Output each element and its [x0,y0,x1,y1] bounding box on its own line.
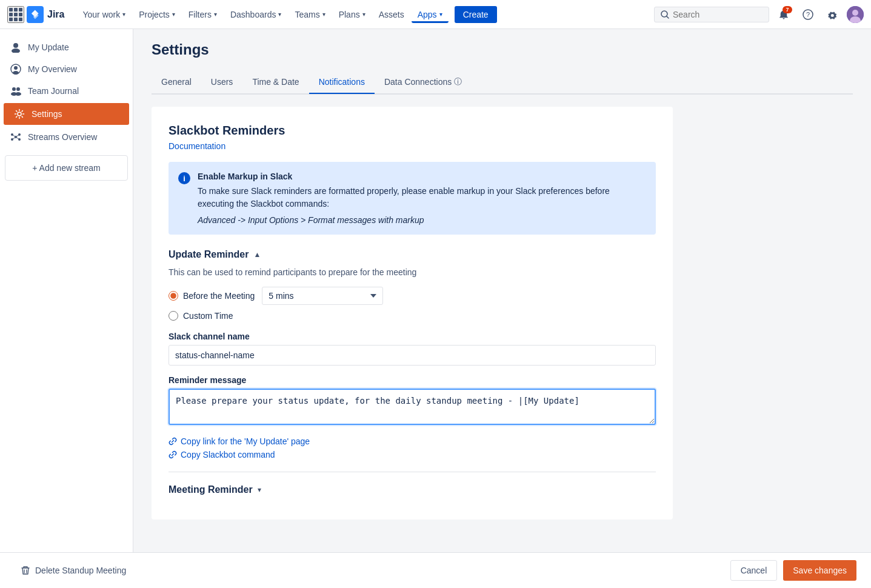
chevron-down-icon: ▾ [122,11,125,18]
chevron-down-icon: ▾ [278,11,281,18]
info-box-content: Enable Markup in Slack To make sure Slac… [198,172,646,225]
copy-links: Copy link for the 'My Update' page Copy … [169,436,656,459]
jira-logo-icon [27,6,44,23]
jira-logo[interactable]: Jira [27,6,64,23]
custom-time-radio[interactable] [169,311,178,321]
tabs: General Users Time & Date Notifications … [152,70,853,95]
svg-point-11 [14,66,18,70]
chevron-down-icon: ▾ [214,11,217,18]
tab-users[interactable]: Users [201,71,243,94]
svg-point-9 [12,48,20,53]
svg-point-13 [12,87,16,91]
jira-logo-text: Jira [47,9,64,20]
create-button[interactable]: Create [455,6,497,23]
before-meeting-radio[interactable] [169,291,178,301]
svg-line-23 [12,135,16,137]
main-content: Settings General Users Time & Date Notif… [133,29,871,588]
network-icon [10,131,22,143]
copy-slackbot-command[interactable]: Copy Slackbot command [169,450,656,459]
nav-items: Your work ▾ Projects ▾ Filters ▾ Dashboa… [76,6,654,23]
before-meeting-label[interactable]: Before the Meeting [183,291,255,301]
chevron-down-icon: ▾ [258,486,261,494]
section-divider [169,472,656,472]
svg-line-24 [16,135,19,137]
channel-name-input[interactable] [169,345,656,366]
tab-notifications[interactable]: Notifications [309,71,375,94]
notification-badge: 7 [783,6,792,13]
settings-button[interactable] [823,5,842,24]
tab-general[interactable]: General [152,71,201,94]
add-stream-section: + Add new stream [5,155,128,181]
nav-teams[interactable]: Teams ▾ [289,6,331,23]
trash-icon [21,566,30,575]
page-title: Settings [152,41,853,58]
info-box: i Enable Markup in Slack To make sure Sl… [169,162,656,235]
footer-actions: Cancel Save changes [730,560,856,581]
user-avatar-icon [847,6,864,23]
search-input[interactable] [673,10,758,19]
custom-time-label[interactable]: Custom Time [183,311,233,321]
grid-icon [9,8,22,21]
footer: Delete Standup Meeting Cancel Save chang… [0,552,871,588]
svg-point-8 [13,43,18,48]
reminder-message-input[interactable]: Please prepare your status update, for t… [169,389,656,425]
tab-data-connections[interactable]: Data Connections ⓘ [375,70,472,95]
info-box-title: Enable Markup in Slack [198,172,646,181]
cancel-button[interactable]: Cancel [730,560,778,581]
meeting-reminder-header[interactable]: Meeting Reminder ▾ [169,484,656,495]
nav-your-work[interactable]: Your work ▾ [76,6,132,23]
layout: My Update My Overview Team Journal Setti… [0,29,871,588]
svg-point-14 [16,87,20,91]
info-circle-icon: ⓘ [454,76,462,87]
help-button[interactable]: ? [798,5,818,24]
delete-standup-button[interactable]: Delete Standup Meeting [15,562,132,579]
nav-projects[interactable]: Projects ▾ [133,6,181,23]
custom-time-option: Custom Time [169,311,656,321]
notifications-button[interactable]: 7 [774,5,793,24]
info-box-italic: Advanced -> Input Options > Format messa… [198,215,646,225]
chevron-down-icon: ▾ [172,11,175,18]
grid-menu-button[interactable] [7,6,24,23]
people-icon [10,85,22,97]
time-select[interactable]: 5 mins 10 mins 15 mins 30 mins 1 hour [262,287,383,305]
svg-point-4 [831,14,834,17]
update-reminder-title: Update Reminder [169,249,249,260]
chevron-down-icon: ▾ [362,11,365,18]
svg-point-12 [13,71,19,75]
topnav: Jira Your work ▾ Projects ▾ Filters ▾ Da… [0,0,871,29]
documentation-link[interactable]: Documentation [169,141,656,151]
svg-point-6 [852,10,858,16]
update-reminder-header[interactable]: Update Reminder ▲ [169,249,656,260]
info-box-icon: i [178,172,190,184]
link-icon [169,437,177,446]
reminder-message-field: Reminder message Please prepare your sta… [169,375,656,427]
avatar[interactable] [847,6,864,23]
copy-link-my-update[interactable]: Copy link for the 'My Update' page [169,436,656,446]
chevron-up-icon: ▲ [253,250,261,259]
before-meeting-option: Before the Meeting 5 mins 10 mins 15 min… [169,287,656,305]
sidebar-item-my-update[interactable]: My Update [0,36,133,58]
sidebar-item-team-journal[interactable]: Team Journal [0,80,133,102]
sidebar-item-my-overview[interactable]: My Overview [0,58,133,80]
nav-apps[interactable]: Apps ▾ [412,6,449,23]
tab-time-date[interactable]: Time & Date [242,71,309,94]
meeting-reminder-title: Meeting Reminder [169,484,253,495]
svg-point-16 [15,92,21,96]
nav-filters[interactable]: Filters ▾ [182,6,223,23]
help-icon: ? [803,9,813,20]
sidebar-item-streams-overview[interactable]: Streams Overview [0,126,133,148]
nav-assets[interactable]: Assets [373,6,410,23]
search-box[interactable] [654,7,769,22]
gear-nav-icon [827,9,838,20]
update-reminder-description: This can be used to remind participants … [169,267,656,277]
add-stream-button[interactable]: + Add new stream [5,156,127,180]
link-icon-2 [169,450,177,459]
save-changes-button[interactable]: Save changes [783,560,856,581]
svg-line-25 [12,137,16,139]
nav-dashboards[interactable]: Dashboards ▾ [224,6,288,23]
circle-person-icon [10,63,22,75]
sidebar: My Update My Overview Team Journal Setti… [0,29,133,588]
nav-plans[interactable]: Plans ▾ [333,6,372,23]
sidebar-item-settings[interactable]: Settings [4,103,129,125]
svg-point-17 [18,112,21,116]
